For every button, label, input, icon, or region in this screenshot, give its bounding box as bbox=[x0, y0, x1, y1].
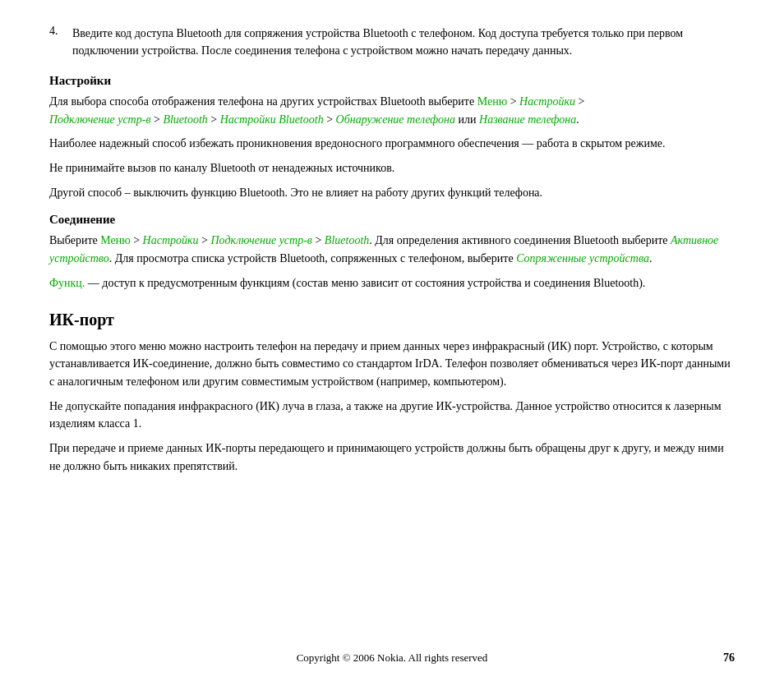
item-number: 4. bbox=[49, 25, 66, 59]
ir-port-heading: ИК-порт bbox=[49, 311, 735, 329]
settings-para1: Для выбора способа отображения телефона … bbox=[49, 93, 735, 128]
page-number: 76 bbox=[723, 651, 735, 665]
func-rest: — доступ к предусмотренным функциям (сос… bbox=[85, 277, 645, 289]
item-text: Введите код доступа Bluetooth для сопряж… bbox=[72, 25, 735, 59]
arrow1: > bbox=[507, 95, 519, 108]
conn-arrow3: > bbox=[312, 234, 325, 246]
settings-nastroyki-bt-link: Настройки Bluetooth bbox=[220, 113, 324, 126]
settings-para3: Не принимайте вызов по каналу Bluetooth … bbox=[49, 159, 735, 177]
conn-arrow2: > bbox=[199, 234, 211, 246]
func-link: Функц. bbox=[49, 277, 85, 289]
arrow5: > bbox=[324, 113, 336, 126]
ili: или bbox=[455, 113, 479, 126]
conn-bluetooth-link: Bluetooth bbox=[325, 234, 369, 246]
footer: Copyright © 2006 Nokia. All rights reser… bbox=[0, 651, 784, 665]
connection-menu-link: Меню bbox=[100, 234, 130, 246]
connection-heading: Соединение bbox=[49, 213, 735, 227]
conn-mid2: . Для просмотра списка устройств Bluetoo… bbox=[109, 252, 516, 265]
settings-para2: Наиболее надежный способ избежать проник… bbox=[49, 135, 735, 153]
settings-para1-before: Для выбора способа отображения телефона … bbox=[49, 95, 477, 108]
settings-para1-end: . bbox=[576, 113, 579, 126]
settings-nazvanie-link: Название телефона bbox=[479, 113, 576, 126]
arrow2: > bbox=[575, 95, 584, 108]
conn-end: . bbox=[649, 252, 653, 265]
ir-para1: С помощью этого меню можно настроить тел… bbox=[49, 338, 735, 391]
settings-menu-link: Меню bbox=[477, 95, 507, 108]
conn-mid: . Для определения активного соединения B… bbox=[369, 234, 671, 246]
settings-heading: Настройки bbox=[49, 74, 735, 88]
settings-obnaruzhenie-link: Обнаружение телефона bbox=[336, 113, 455, 126]
arrow4: > bbox=[208, 113, 220, 126]
connection-para2: Функц. — доступ к предусмотренным функци… bbox=[49, 274, 735, 292]
footer-text: Copyright © 2006 Nokia. All rights reser… bbox=[297, 651, 488, 665]
connection-para1: Выберите Меню > Настройки > Подключение … bbox=[49, 232, 735, 267]
settings-para4: Другой способ – выключить функцию Blueto… bbox=[49, 184, 735, 202]
conn-podkl-link: Подключение устр-в bbox=[210, 234, 311, 246]
conn-sop-link: Сопряженные устройства bbox=[516, 252, 649, 265]
conn-nastroyki-link: Настройки bbox=[143, 234, 199, 246]
settings-podkl-link: Подключение устр-в bbox=[49, 113, 150, 126]
settings-bluetooth-link: Bluetooth bbox=[163, 113, 207, 126]
numbered-item-4: 4. Введите код доступа Bluetooth для соп… bbox=[49, 25, 735, 59]
arrow3: > bbox=[150, 113, 163, 126]
connection-select: Выберите bbox=[49, 234, 100, 246]
settings-nastroyki-link: Настройки bbox=[519, 95, 575, 108]
ir-para2: Не допускайте попадания инфракрасного (И… bbox=[49, 398, 735, 433]
conn-arrow1: > bbox=[131, 234, 143, 246]
ir-para3: При передаче и приеме данных ИК-порты пе… bbox=[49, 439, 735, 475]
page: 4. Введите код доступа Bluetooth для соп… bbox=[0, 0, 784, 681]
